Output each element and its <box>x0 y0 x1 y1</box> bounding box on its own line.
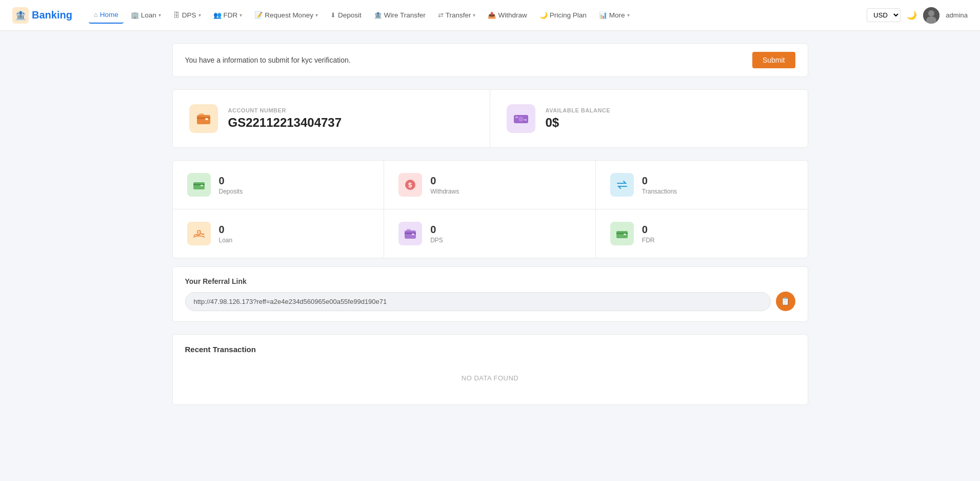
referral-section: Your Referral Link 📋 <box>172 266 808 322</box>
chevron-down-icon: ▾ <box>158 12 161 18</box>
stat-loan: $ 0 Loan <box>173 209 385 258</box>
kyc-alert-banner: You have a information to submit for kyc… <box>172 43 808 77</box>
chevron-down-icon-3: ▾ <box>239 12 242 18</box>
fdr-value: 0 <box>642 224 655 236</box>
nav-label-withdraw: Withdraw <box>498 11 527 19</box>
transfer-icon: ⇄ <box>438 11 444 19</box>
referral-title: Your Referral Link <box>185 277 795 285</box>
dps-value: 0 <box>430 224 443 236</box>
nav-item-fdr[interactable]: 👥 FDR ▾ <box>208 7 248 23</box>
deposits-value: 0 <box>219 175 243 187</box>
stat-fdr: 0 FDR <box>596 209 808 258</box>
home-icon <box>94 11 98 18</box>
navbar: 🏦 Banking Home 🏢 Loan ▾ 🗄 DPS ▾ 👥 FDR ▾ <box>0 0 980 31</box>
svg-rect-5 <box>197 115 210 124</box>
transactions-content: 0 Transactions <box>642 175 677 195</box>
svg-rect-7 <box>205 118 208 120</box>
nav-item-dps[interactable]: 🗄 DPS ▾ <box>168 7 206 23</box>
pricing-icon: 🌙 <box>539 11 548 19</box>
nav-item-request-money[interactable]: 📝 Request Money ▾ <box>249 7 323 23</box>
account-balance-row: ACCOUNT NUMBER GS22112213404737 AVAILABL… <box>172 89 808 148</box>
balance-icon <box>507 104 535 133</box>
svg-rect-14 <box>193 184 205 185</box>
fdr-content: 0 FDR <box>642 224 655 244</box>
withdraws-value: 0 <box>430 175 459 187</box>
nav-label-more: More <box>609 11 625 19</box>
svg-rect-26 <box>624 234 626 235</box>
dark-mode-button[interactable]: 🌙 <box>907 10 917 20</box>
brand-icon: 🏦 <box>12 7 29 24</box>
transactions-arrows-icon <box>616 181 628 189</box>
nav-item-home[interactable]: Home <box>89 7 124 24</box>
svg-rect-8 <box>199 113 204 116</box>
deposits-card-icon <box>193 180 205 189</box>
stat-transactions: 0 Transactions <box>596 161 808 209</box>
nav-item-transfer[interactable]: ⇄ Transfer ▾ <box>433 7 481 23</box>
nav-label-deposit: Deposit <box>338 11 362 19</box>
dps-content: 0 DPS <box>430 224 443 244</box>
deposits-label: Deposits <box>219 188 243 195</box>
svg-text:🏦: 🏦 <box>15 10 27 21</box>
request-money-icon: 📝 <box>254 11 263 19</box>
wallet-icon <box>197 113 210 124</box>
dps-label: DPS <box>430 237 443 244</box>
deposits-content: 0 Deposits <box>219 175 243 195</box>
dps-nav-icon: 🗄 <box>173 11 180 19</box>
svg-rect-6 <box>197 117 210 119</box>
stat-deposits: 0 Deposits <box>173 161 385 209</box>
recent-transaction-title: Recent Transaction <box>185 345 795 354</box>
no-data-text: NO DATA FOUND <box>185 362 795 394</box>
svg-rect-23 <box>407 229 411 231</box>
avatar-image <box>923 7 939 24</box>
chevron-down-icon-2: ▾ <box>198 12 201 18</box>
main-content: You have a information to submit for kyc… <box>131 31 849 430</box>
svg-rect-15 <box>201 185 203 186</box>
cash-icon <box>514 113 528 124</box>
loan-icon: $ <box>187 222 211 245</box>
loan-label: Loan <box>219 237 233 244</box>
stats-row-2: $ 0 Loan <box>173 209 808 258</box>
copy-icon: 📋 <box>781 297 790 306</box>
brand-logo[interactable]: 🏦 Banking <box>12 7 72 24</box>
fdr-nav-icon: 👥 <box>213 11 222 19</box>
withdraws-label: Withdraws <box>430 188 459 195</box>
svg-text:$: $ <box>198 230 200 235</box>
nav-label-wire-transfer: Wire Transfer <box>384 11 426 19</box>
loan-content: 0 Loan <box>219 224 233 244</box>
brand-name: Banking <box>32 9 72 21</box>
stats-row-1: 0 Deposits $ 0 Withdraws <box>173 161 808 209</box>
account-value: GS22112213404737 <box>228 116 342 130</box>
stats-wrapper: 0 Deposits $ 0 Withdraws <box>172 160 808 258</box>
nav-item-pricing-plan[interactable]: 🌙 Pricing Plan <box>534 7 592 23</box>
chevron-down-icon-6: ▾ <box>627 12 630 18</box>
dps-stat-icon <box>398 222 422 245</box>
nav-item-more[interactable]: 📊 More ▾ <box>594 7 635 23</box>
fdr-stat-icon <box>610 222 634 245</box>
chevron-down-icon-4: ▾ <box>315 12 318 18</box>
referral-input-row: 📋 <box>185 292 795 311</box>
account-label: ACCOUNT NUMBER <box>228 107 342 113</box>
referral-link-input[interactable] <box>185 292 771 311</box>
nav-item-withdraw[interactable]: 📤 Withdraw <box>483 7 532 23</box>
withdraw-icon: 📤 <box>488 11 496 19</box>
stat-dps: 0 DPS <box>384 209 596 258</box>
deposit-icon: ⬇ <box>330 11 336 19</box>
svg-rect-11 <box>515 117 518 118</box>
fdr-card-icon <box>616 229 628 238</box>
nav-item-deposit[interactable]: ⬇ Deposit <box>325 7 367 23</box>
kyc-submit-button[interactable]: Submit <box>752 52 795 68</box>
nav-label-fdr: FDR <box>224 11 238 19</box>
transactions-value: 0 <box>642 175 677 187</box>
currency-selector[interactable]: USD EUR GBP <box>867 8 901 22</box>
nav-item-wire-transfer[interactable]: 🏦 Wire Transfer <box>369 7 431 23</box>
nav-label-home: Home <box>100 11 118 18</box>
nav-item-loan[interactable]: 🏢 Loan ▾ <box>126 7 166 23</box>
stat-withdraws: $ 0 Withdraws <box>384 161 596 209</box>
copy-referral-button[interactable]: 📋 <box>776 292 795 311</box>
dps-wallet-icon <box>405 228 416 239</box>
transactions-label: Transactions <box>642 188 677 195</box>
avatar <box>923 7 939 24</box>
account-number-card: ACCOUNT NUMBER GS22112213404737 <box>173 90 490 147</box>
withdraws-content: 0 Withdraws <box>430 175 459 195</box>
svg-text:$: $ <box>408 181 412 189</box>
